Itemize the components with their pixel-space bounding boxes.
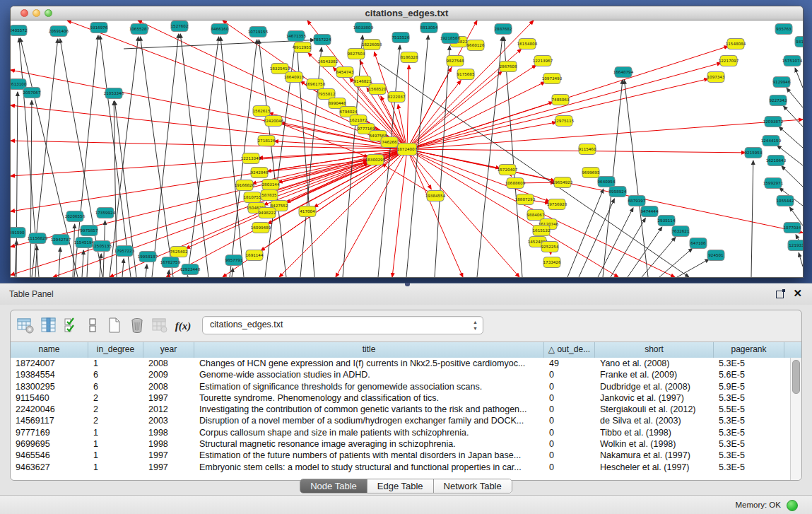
graph-node[interactable]: 9227343 (770, 95, 787, 106)
network-graph[interactable]: 1872400718226058982750316543382891295581… (11, 21, 803, 277)
table-row[interactable]: 2242004622012Investigating the contribut… (11, 404, 791, 415)
graph-node[interactable]: 20206556 (65, 211, 86, 222)
graph-node[interactable]: 1527602 (171, 21, 189, 32)
row-selection-button[interactable] (63, 317, 81, 335)
graph-node[interactable]: 12942737 (51, 235, 71, 245)
graph-node[interactable]: 9242848 (251, 168, 269, 178)
graph-node[interactable]: 1615132 (533, 226, 551, 236)
graph-node[interactable]: 19218586 (440, 33, 461, 44)
graph-node[interactable]: 1562615 (253, 106, 271, 117)
graph-node[interactable]: 16782759 (160, 257, 181, 268)
graph-node[interactable]: 19958187 (138, 252, 158, 262)
graph-node[interactable]: 11156829 (28, 233, 48, 244)
graph-node[interactable]: 2057067 (23, 88, 41, 98)
graph-node[interactable]: 22420046 (264, 116, 284, 127)
graph-node[interactable]: 12923448 (180, 264, 201, 275)
graph-node[interactable]: 10973493 (542, 74, 563, 84)
tab-node-table[interactable]: Node Table (300, 479, 367, 493)
float-panel-icon[interactable] (776, 289, 785, 298)
graph-node[interactable]: 16210643 (766, 156, 787, 166)
graph-node[interactable]: 8222037 (388, 92, 406, 103)
graph-node[interactable]: 15992971 (763, 178, 784, 189)
graph-node[interactable]: 935763 (775, 24, 792, 35)
graph-node[interactable]: 12213967 (533, 56, 553, 66)
graph-node[interactable]: 19654923 (553, 177, 573, 188)
graph-node[interactable]: 9660126 (467, 40, 485, 51)
graph-node[interactable]: 2405572 (11, 25, 27, 36)
graph-node[interactable]: 746266 (381, 137, 398, 148)
graph-node[interactable]: 1077034 (784, 223, 801, 233)
graph-node[interactable]: 16648794 (613, 67, 634, 78)
graph-node[interactable]: 7485063 (552, 95, 570, 105)
graph-node[interactable]: 9146821 (354, 76, 372, 87)
column-header-year[interactable]: year (143, 342, 194, 358)
graph-node[interactable]: 8466160 (211, 24, 229, 35)
graph-node[interactable]: 12093872 (763, 117, 783, 127)
show-columns-button[interactable] (40, 317, 58, 335)
graph-node[interactable]: 121933 (788, 240, 803, 251)
graph-node[interactable]: 9498222 (259, 208, 276, 218)
graph-node[interactable]: 7515526 (392, 33, 410, 43)
graph-node[interactable]: 18640910 (284, 72, 305, 83)
split-pane-handle[interactable] (405, 283, 410, 286)
graph-node[interactable]: 2867608 (500, 62, 517, 72)
column-header-title[interactable]: title (194, 342, 544, 358)
graph-node[interactable]: 9252254 (541, 242, 559, 252)
graph-node[interactable]: 9129946 (773, 77, 791, 88)
graph-node[interactable]: 391590 (11, 228, 25, 238)
graph-node[interactable]: 9827548 (447, 56, 464, 66)
graph-node[interactable]: 10655287 (129, 24, 150, 35)
close-panel-icon[interactable]: ✕ (793, 287, 802, 300)
delete-column-button[interactable] (128, 317, 146, 335)
graph-node[interactable]: 8912955 (294, 42, 312, 53)
table-row[interactable]: 1872400712008Changes of HCN gene express… (11, 358, 791, 369)
clear-selection-button[interactable] (83, 317, 102, 335)
graph-node[interactable]: 11548084 (726, 39, 746, 49)
graph-node[interactable]: 9640954 (598, 177, 616, 187)
graph-node[interactable]: 9175685 (457, 69, 475, 80)
table-row[interactable]: 977716911998Corpus callosum shape and si… (11, 427, 791, 438)
column-header-short[interactable]: short (595, 342, 714, 358)
create-column-button[interactable] (105, 317, 124, 335)
graph-node[interactable]: 6879197 (628, 196, 646, 206)
graph-node[interactable]: 417004 (299, 206, 316, 217)
graph-node[interactable]: 7857224 (314, 35, 331, 45)
graph-node[interactable]: 2803144 (262, 180, 280, 190)
table-row[interactable]: 946554611997Estimation of the future num… (11, 450, 791, 461)
table-row[interactable]: 1830029562008Estimation of significance … (11, 381, 791, 392)
graph-node[interactable]: 9857791 (225, 255, 243, 266)
graph-node[interactable]: 19166826 (235, 180, 255, 191)
graph-node[interactable]: 8958924 (609, 187, 627, 197)
graph-node[interactable]: 9474444 (641, 206, 659, 217)
graph-node[interactable]: 1691144 (246, 250, 264, 261)
graph-node[interactable]: 587835 (261, 190, 278, 201)
table-row[interactable]: 969969511998Structural magnetic resonanc… (11, 438, 791, 450)
function-builder-button[interactable]: f(x) (172, 317, 194, 335)
graph-node[interactable]: 9215953 (745, 148, 763, 158)
graph-node[interactable]: 15720407 (498, 165, 518, 175)
table-scrollbar[interactable] (790, 358, 801, 480)
graph-node[interactable]: 19384554 (425, 191, 446, 201)
graph-node[interactable]: 647106 (690, 238, 707, 249)
graph-node[interactable]: 9316976 (90, 23, 108, 33)
graph-node[interactable]: 12505135 (92, 241, 112, 252)
table-row[interactable]: 1938455462009Genome-wide association stu… (11, 369, 791, 380)
tab-edge-table[interactable]: Edge Table (367, 479, 434, 493)
graph-node[interactable]: 17359924 (95, 208, 116, 218)
graph-node[interactable]: 924501 (707, 250, 724, 261)
graph-node[interactable]: 18807293 (515, 194, 536, 205)
network-file-select[interactable]: citations_edges.txt ▲▼ (202, 316, 483, 334)
tab-network-table[interactable]: Network Table (434, 479, 512, 493)
graph-node[interactable]: 1810755 (244, 192, 261, 203)
graph-node[interactable]: 21053346 (104, 88, 124, 99)
graph-node[interactable]: 1568520 (369, 84, 387, 95)
graph-node[interactable]: 16961758 (305, 79, 326, 90)
table-row[interactable]: 946362711997Embryonic stem cells: a mode… (11, 462, 791, 473)
graph-node[interactable]: 12213349 (241, 153, 261, 164)
table-scrollbar-thumb[interactable] (792, 360, 800, 394)
graph-node[interactable]: 17957223 (114, 246, 135, 257)
graph-node[interactable]: 10719155 (248, 27, 269, 37)
column-header-in_degree[interactable]: in_degree (88, 342, 143, 358)
graph-node[interactable]: 16543382 (318, 57, 338, 67)
graph-node[interactable]: 15751074 (782, 56, 803, 66)
